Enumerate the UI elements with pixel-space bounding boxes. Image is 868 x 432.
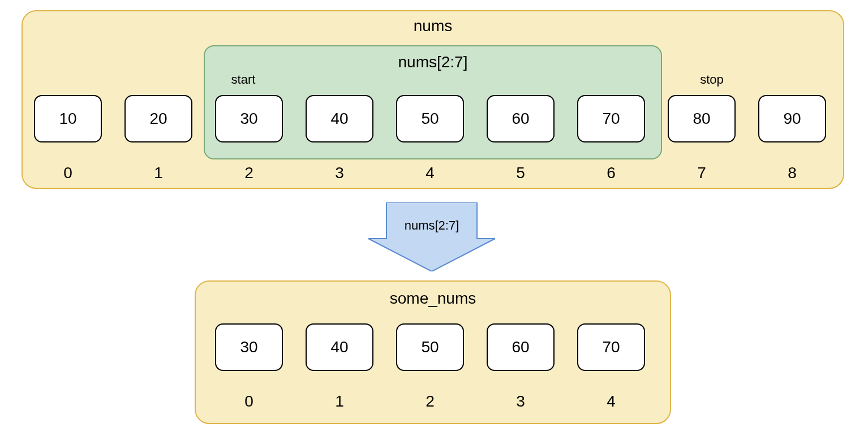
- some-nums-cell-2: 50: [396, 323, 464, 371]
- some-nums-value-2: 50: [421, 338, 439, 356]
- nums-value-4: 50: [421, 110, 439, 128]
- some-nums-cell-4: 70: [577, 323, 645, 371]
- nums-index-2: 2: [215, 164, 283, 182]
- arrow-down-icon: [368, 202, 495, 271]
- start-label: start: [221, 72, 266, 87]
- nums-value-2: 30: [240, 110, 257, 128]
- nums-index-7: 7: [668, 164, 736, 182]
- nums-cell-7: 80: [668, 95, 736, 142]
- some-nums-index-2: 2: [396, 392, 464, 411]
- slice-arrow: nums[2:7]: [368, 202, 495, 271]
- nums-index-1: 1: [124, 164, 192, 182]
- nums-title: nums: [22, 17, 844, 35]
- nums-cell-0: 10: [34, 95, 102, 142]
- nums-value-1: 20: [149, 110, 167, 128]
- some-nums-value-0: 30: [240, 338, 257, 356]
- some-nums-index-0: 0: [215, 392, 283, 411]
- nums-index-0: 0: [34, 164, 102, 182]
- nums-value-8: 90: [783, 110, 801, 128]
- nums-value-3: 40: [330, 110, 348, 128]
- nums-value-5: 60: [512, 110, 529, 128]
- nums-value-6: 70: [602, 110, 620, 128]
- nums-cell-2: 30: [215, 95, 283, 142]
- nums-cell-1: 20: [124, 95, 192, 142]
- nums-value-7: 80: [693, 110, 710, 128]
- nums-index-6: 6: [577, 164, 645, 182]
- slice-expression-top: nums[2:7]: [204, 53, 662, 71]
- nums-index-8: 8: [758, 164, 826, 182]
- some-nums-cell-3: 60: [487, 323, 555, 371]
- nums-cell-4: 50: [396, 95, 464, 142]
- some-nums-value-1: 40: [330, 338, 348, 356]
- nums-cell-6: 70: [577, 95, 645, 142]
- nums-index-4: 4: [396, 164, 464, 182]
- diagram-canvas: nums nums[2:7] start stop 10 0 20 1 30 2…: [0, 0, 868, 432]
- nums-cell-3: 40: [306, 95, 373, 142]
- some-nums-cell-0: 30: [215, 323, 283, 371]
- some-nums-value-3: 60: [512, 338, 529, 356]
- arrow-label: nums[2:7]: [368, 218, 495, 233]
- nums-index-3: 3: [306, 164, 373, 182]
- stop-label: stop: [689, 72, 734, 87]
- nums-cell-5: 60: [487, 95, 555, 142]
- some-nums-value-4: 70: [602, 338, 620, 356]
- some-nums-cell-1: 40: [306, 323, 373, 371]
- svg-marker-0: [368, 202, 495, 271]
- nums-value-0: 10: [59, 110, 76, 128]
- nums-cell-8: 90: [758, 95, 826, 142]
- some-nums-index-3: 3: [487, 392, 555, 411]
- nums-index-5: 5: [487, 164, 555, 182]
- some-nums-index-4: 4: [577, 392, 645, 411]
- some-nums-index-1: 1: [306, 392, 373, 411]
- some-nums-title: some_nums: [195, 290, 671, 308]
